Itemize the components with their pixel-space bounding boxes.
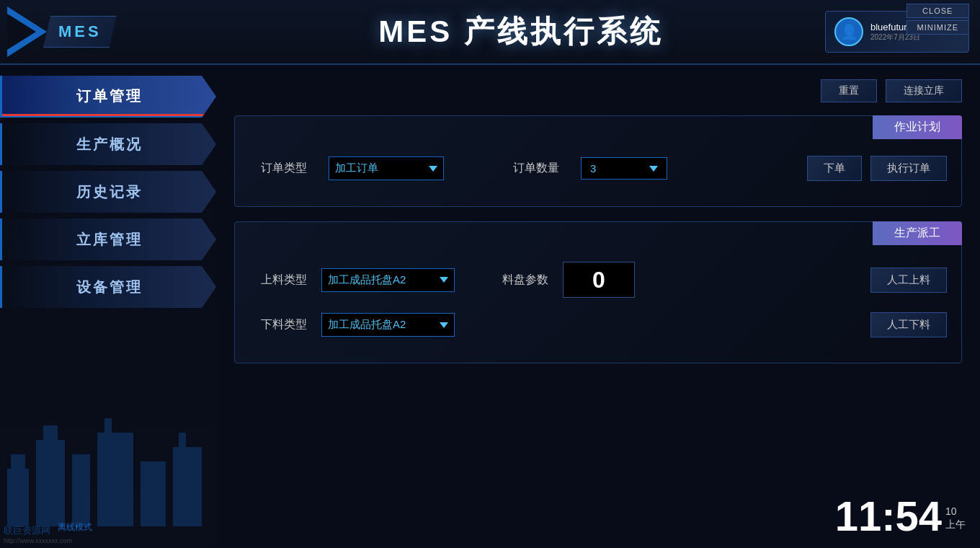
order-panel-title: 作业计划 — [873, 115, 962, 139]
tray-param-display: 0 — [563, 262, 635, 298]
window-controls: CLOSE MINIMIZE — [906, 4, 970, 35]
order-type-label: 订单类型 — [249, 161, 307, 176]
order-panel: 作业计划 订单类型 加工订单 订单数量 3 下单 执行订单 — [234, 115, 962, 207]
minimize-button[interactable]: MINIMIZE — [906, 20, 970, 35]
upload-type-label: 上料类型 — [249, 273, 307, 288]
connect-warehouse-button[interactable]: 连接立库 — [886, 79, 962, 102]
execute-order-button[interactable]: 执行订单 — [870, 156, 947, 181]
logo-text-box: MES — [43, 16, 117, 48]
logo-area: MES — [0, 0, 216, 64]
main-title: MES 产线执行系统 — [216, 12, 825, 52]
order-type-select[interactable]: 加工订单 — [329, 156, 444, 180]
sidebar-item-label: 立库管理 — [76, 230, 143, 249]
city-silhouette-icon — [0, 397, 209, 526]
sidebar-item-equipment-management[interactable]: 设备管理 — [0, 266, 216, 308]
select-arrow-icon — [429, 166, 437, 172]
svg-rect-0 — [7, 469, 29, 526]
svg-rect-8 — [173, 447, 202, 526]
close-button[interactable]: CLOSE — [906, 4, 970, 18]
tray-param-label: 料盘参数 — [491, 273, 548, 288]
order-qty-input[interactable]: 3 — [581, 157, 667, 180]
production-panel-title: 生产派工 — [873, 221, 962, 245]
logo-text: MES — [58, 22, 102, 40]
manual-upload-button[interactable]: 人工上料 — [870, 268, 947, 293]
sidebar-item-label: 历史记录 — [76, 182, 143, 202]
svg-rect-2 — [36, 440, 65, 526]
top-bar: MES MES 产线执行系统 👤 bluefuture 2022年7月23日 C… — [0, 0, 980, 65]
sidebar: 订单管理 生产概况 历史记录 立库管理 设备管理 离线模式 联巨资源网 http… — [0, 65, 216, 548]
svg-rect-1 — [11, 454, 25, 469]
sidebar-item-warehouse-management[interactable]: 立库管理 — [0, 218, 216, 260]
order-buttons: 下单 执行订单 — [807, 156, 947, 181]
svg-rect-6 — [104, 418, 112, 433]
production-panel: 生产派工 上料类型 加工成品托盘A2 料盘参数 0 人工上料 下料类型 加工成品… — [234, 221, 962, 363]
avatar: 👤 — [834, 17, 863, 46]
qty-arrow-icon — [649, 166, 658, 172]
action-bar: 重置 连接立库 — [234, 79, 962, 102]
clock-ampm: 上午 — [945, 518, 966, 531]
upload-row: 上料类型 加工成品托盘A2 料盘参数 0 人工上料 — [249, 262, 947, 298]
clock-date: 10 — [945, 505, 966, 517]
download-type-label: 下料类型 — [249, 317, 307, 332]
sidebar-item-label: 订单管理 — [76, 87, 143, 106]
sidebar-item-order-management[interactable]: 订单管理 — [0, 76, 216, 118]
svg-rect-4 — [72, 454, 90, 526]
download-type-select[interactable]: 加工成品托盘A2 — [321, 313, 455, 337]
order-form-row: 订单类型 加工订单 订单数量 3 下单 执行订单 — [249, 156, 947, 181]
clock-time: 11:54 — [835, 495, 942, 537]
order-qty-value: 3 — [590, 162, 643, 174]
upload-type-select[interactable]: 加工成品托盘A2 — [321, 268, 455, 292]
clock: 11:54 10 上午 — [835, 495, 966, 537]
svg-rect-3 — [43, 425, 58, 440]
order-qty-label: 订单数量 — [502, 161, 559, 176]
download-select-arrow-icon — [440, 322, 448, 328]
manual-download-container: 人工下料 — [870, 312, 947, 337]
watermark-line1: 联巨资源网 — [4, 524, 72, 537]
watermark: 联巨资源网 http://www.xxxxxxx.com — [4, 524, 72, 544]
svg-rect-7 — [141, 461, 166, 526]
manual-upload-container: 人工上料 — [870, 268, 947, 293]
main-content: 重置 连接立库 作业计划 订单类型 加工订单 订单数量 3 下单 执行订单 — [216, 65, 980, 548]
clock-details: 10 上午 — [945, 505, 966, 537]
sidebar-item-history-records[interactable]: 历史记录 — [0, 171, 216, 213]
tray-param-value: 0 — [592, 267, 605, 293]
sidebar-item-label: 生产概况 — [76, 135, 143, 154]
order-type-value: 加工订单 — [335, 162, 423, 175]
download-row: 下料类型 加工成品托盘A2 人工下料 — [249, 312, 947, 337]
submit-order-button[interactable]: 下单 — [807, 156, 862, 181]
upload-select-arrow-icon — [440, 277, 448, 283]
download-type-value: 加工成品托盘A2 — [328, 318, 434, 332]
logo-arrow-icon — [7, 6, 47, 57]
reset-button[interactable]: 重置 — [821, 79, 877, 102]
svg-rect-9 — [179, 433, 186, 447]
manual-download-button[interactable]: 人工下料 — [870, 312, 947, 337]
sidebar-item-label: 设备管理 — [76, 278, 143, 297]
svg-rect-5 — [97, 433, 133, 526]
upload-type-value: 加工成品托盘A2 — [328, 273, 434, 287]
watermark-line2: http://www.xxxxxxx.com — [4, 537, 72, 544]
sidebar-item-production-overview[interactable]: 生产概况 — [0, 123, 216, 165]
